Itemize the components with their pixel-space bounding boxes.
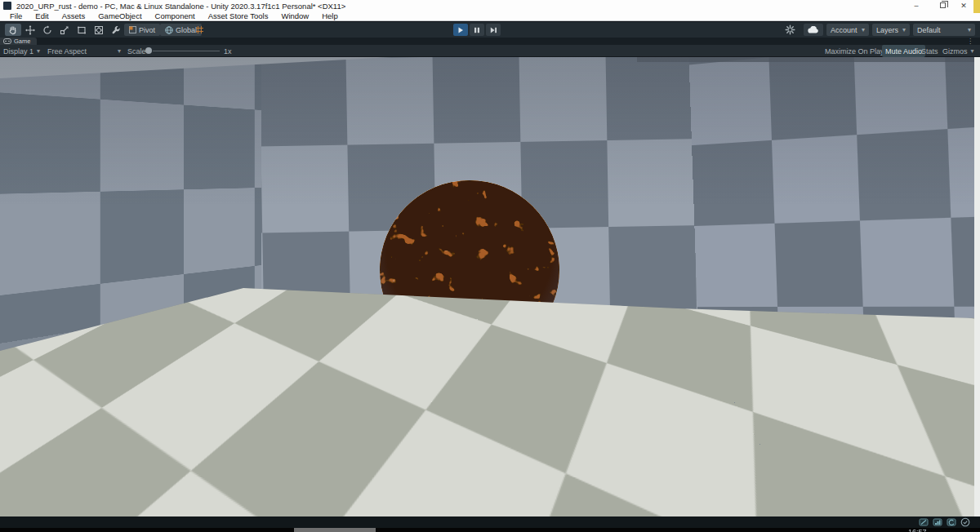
stats-toggle[interactable]: Stats bbox=[921, 45, 938, 57]
close-button[interactable]: ✕ bbox=[954, 0, 973, 11]
move-tool-button[interactable] bbox=[22, 24, 38, 36]
chevron-down-icon: ▾ bbox=[968, 26, 971, 33]
menu-window[interactable]: Window bbox=[274, 11, 315, 20]
activity-spinner-button[interactable] bbox=[785, 24, 795, 35]
menu-help[interactable]: Help bbox=[315, 11, 345, 20]
game-viewport[interactable]: O < > bbox=[0, 57, 974, 516]
pivot-toggle-button[interactable]: Pivot bbox=[124, 24, 160, 36]
menu-assets[interactable]: Assets bbox=[56, 11, 92, 20]
status-refresh-icon[interactable] bbox=[947, 517, 956, 527]
pause-icon bbox=[474, 27, 480, 33]
light-gizmo-overlay: O bbox=[0, 469, 65, 516]
layout-label: Default bbox=[917, 26, 941, 34]
scale-value: 1x bbox=[224, 45, 232, 57]
menu-edit[interactable]: Edit bbox=[29, 11, 55, 20]
ceiling-shadow-strip bbox=[637, 57, 974, 62]
taskbar-app-button[interactable] bbox=[294, 528, 376, 532]
hand-tool-icon bbox=[8, 25, 18, 35]
rect-tool-button[interactable] bbox=[74, 24, 90, 36]
account-dropdown[interactable]: Account ▾ bbox=[826, 24, 869, 36]
transform-tool-icon bbox=[94, 25, 104, 35]
scale-slider-track[interactable] bbox=[153, 51, 220, 51]
maximize-on-play-toggle[interactable]: Maximize On Play bbox=[825, 45, 884, 57]
restore-button[interactable] bbox=[940, 2, 946, 8]
aspect-label: Free Aspect bbox=[47, 47, 87, 55]
mute-audio-toggle[interactable]: Mute Audio bbox=[882, 45, 925, 57]
scale-tool-button[interactable] bbox=[56, 24, 73, 36]
cloud-icon bbox=[808, 26, 819, 33]
move-tool-icon bbox=[25, 25, 35, 35]
step-icon bbox=[490, 27, 497, 33]
grid-snap-icon bbox=[195, 25, 204, 34]
menu-bar: File Edit Assets GameObject Component As… bbox=[0, 11, 980, 21]
chevron-down-icon: ▾ bbox=[862, 26, 865, 33]
chevron-down-icon: ▾ bbox=[971, 47, 974, 55]
rotate-tool-button[interactable] bbox=[39, 24, 56, 36]
prev-arrow-button[interactable]: < bbox=[933, 485, 951, 514]
transform-tool-button[interactable] bbox=[91, 24, 107, 36]
tab-game-label: Game bbox=[14, 38, 30, 45]
gizmos-dropdown[interactable]: Gizmos ▾ bbox=[942, 45, 974, 57]
sphere-shadow bbox=[333, 390, 508, 460]
menu-component[interactable]: Component bbox=[149, 11, 202, 20]
scale-tool-icon bbox=[60, 25, 69, 35]
main-toolbar: Pivot Global Account ▾ bbox=[0, 22, 980, 38]
activity-spinner-icon bbox=[785, 24, 795, 35]
rust-sphere bbox=[374, 175, 565, 366]
window-title: 2020_URP_rust - demo - PC, Mac & Linux S… bbox=[16, 2, 345, 11]
custom-tool-button[interactable] bbox=[108, 24, 124, 36]
title-bar: 2020_URP_rust - demo - PC, Mac & Linux S… bbox=[0, 0, 980, 11]
tab-game[interactable]: Game bbox=[0, 38, 37, 45]
hand-tool-button[interactable] bbox=[5, 24, 21, 36]
status-progress-check-icon[interactable] bbox=[960, 517, 970, 527]
wrench-icon bbox=[111, 25, 121, 35]
game-control-bar: Display 1 ▾ Free Aspect ▾ Scale 1x Maxim… bbox=[0, 45, 980, 57]
rect-tool-icon bbox=[77, 25, 87, 35]
rotate-tool-icon bbox=[42, 25, 52, 35]
taskbar-clock: 16:57 bbox=[908, 528, 936, 532]
gamepad-icon bbox=[3, 38, 11, 44]
pause-button[interactable] bbox=[470, 24, 484, 36]
light-gizmo-letter: O bbox=[9, 479, 19, 493]
layers-label: Layers bbox=[876, 26, 898, 34]
background-window-strip bbox=[974, 57, 980, 516]
status-bar bbox=[0, 516, 980, 528]
globe-icon bbox=[165, 26, 173, 34]
tab-row: Game ⋮ bbox=[0, 38, 980, 45]
play-icon bbox=[457, 27, 464, 33]
pivot-icon bbox=[129, 26, 136, 33]
scale-label: Scale bbox=[127, 45, 146, 57]
layout-dropdown[interactable]: Default ▾ bbox=[913, 24, 975, 36]
gizmos-label: Gizmos bbox=[942, 47, 968, 55]
account-label: Account bbox=[831, 26, 858, 34]
unity-app-icon bbox=[3, 2, 11, 10]
display-label: Display 1 bbox=[3, 47, 33, 55]
status-package-icon[interactable] bbox=[933, 517, 942, 527]
menu-asset-store-tools[interactable]: Asset Store Tools bbox=[202, 11, 275, 20]
next-arrow-button[interactable]: > bbox=[954, 485, 972, 514]
scale-slider-knob[interactable] bbox=[145, 47, 152, 54]
chevron-down-icon: ▾ bbox=[902, 26, 906, 33]
layers-dropdown[interactable]: Layers ▾ bbox=[872, 24, 910, 36]
display-dropdown[interactable]: Display 1 ▾ bbox=[3, 45, 40, 57]
background-window-edge bbox=[973, 0, 980, 13]
pivot-label: Pivot bbox=[139, 26, 155, 34]
menu-file[interactable]: File bbox=[3, 11, 29, 20]
collab-cloud-button[interactable] bbox=[804, 24, 823, 36]
windows-taskbar: 16:57 bbox=[0, 528, 980, 532]
menu-gameobject[interactable]: GameObject bbox=[91, 11, 148, 20]
chevron-down-icon: ▾ bbox=[118, 47, 121, 55]
minimize-button[interactable]: – bbox=[906, 0, 926, 11]
grid-snap-button[interactable] bbox=[191, 24, 207, 36]
play-button[interactable] bbox=[453, 24, 468, 36]
chevron-down-icon: ▾ bbox=[37, 47, 40, 55]
status-cache-icon[interactable] bbox=[919, 517, 929, 527]
step-button[interactable] bbox=[486, 24, 501, 36]
unity-editor-window: 2020_URP_rust - demo - PC, Mac & Linux S… bbox=[0, 0, 980, 532]
tab-context-menu-icon[interactable]: ⋮ bbox=[967, 38, 973, 45]
aspect-dropdown[interactable]: Free Aspect ▾ bbox=[47, 45, 121, 57]
